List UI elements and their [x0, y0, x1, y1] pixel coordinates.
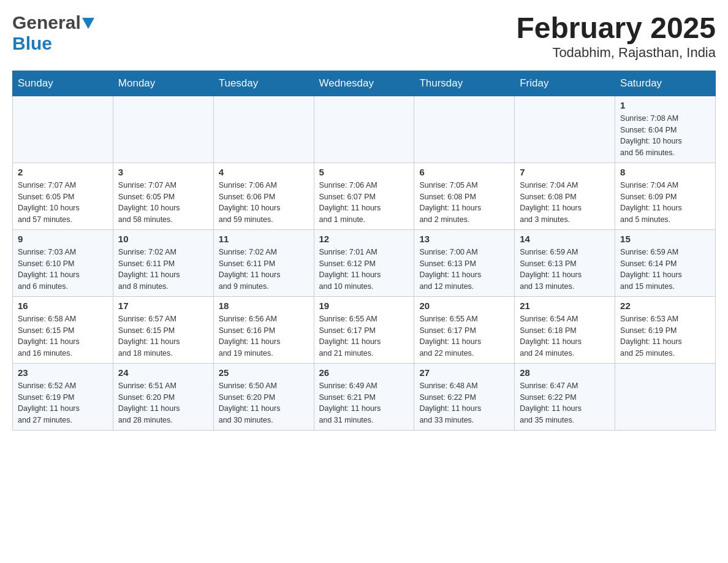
calendar-header: SundayMondayTuesdayWednesdayThursdayFrid…	[13, 71, 716, 96]
calendar-week-5: 23Sunrise: 6:52 AM Sunset: 6:19 PM Dayli…	[13, 363, 716, 430]
day-number: 18	[219, 301, 309, 311]
calendar-day: 4Sunrise: 7:06 AM Sunset: 6:06 PM Daylig…	[213, 163, 314, 229]
calendar-day: 2Sunrise: 7:07 AM Sunset: 6:05 PM Daylig…	[13, 163, 113, 229]
day-number: 12	[319, 234, 409, 244]
calendar-day	[213, 96, 314, 163]
day-header-tuesday: Tuesday	[213, 71, 314, 96]
day-info: Sunrise: 7:06 AM Sunset: 6:07 PM Dayligh…	[319, 180, 409, 226]
day-number: 6	[419, 167, 509, 177]
day-info: Sunrise: 7:02 AM Sunset: 6:11 PM Dayligh…	[219, 247, 309, 293]
day-info: Sunrise: 7:04 AM Sunset: 6:09 PM Dayligh…	[620, 180, 710, 226]
day-info: Sunrise: 6:59 AM Sunset: 6:13 PM Dayligh…	[520, 247, 610, 293]
day-info: Sunrise: 6:53 AM Sunset: 6:19 PM Dayligh…	[620, 313, 710, 359]
day-info: Sunrise: 6:50 AM Sunset: 6:20 PM Dayligh…	[219, 380, 309, 426]
day-info: Sunrise: 6:48 AM Sunset: 6:22 PM Dayligh…	[419, 380, 509, 426]
calendar-day: 17Sunrise: 6:57 AM Sunset: 6:15 PM Dayli…	[113, 296, 213, 363]
days-of-week-row: SundayMondayTuesdayWednesdayThursdayFrid…	[13, 71, 716, 96]
day-header-thursday: Thursday	[414, 71, 515, 96]
day-number: 16	[18, 301, 108, 311]
day-number: 25	[219, 367, 309, 378]
day-number: 8	[620, 167, 710, 177]
day-header-sunday: Sunday	[13, 71, 113, 96]
calendar-day: 3Sunrise: 7:07 AM Sunset: 6:05 PM Daylig…	[113, 163, 213, 229]
day-number: 10	[118, 234, 208, 244]
day-number: 13	[419, 234, 509, 244]
day-info: Sunrise: 7:03 AM Sunset: 6:10 PM Dayligh…	[18, 247, 108, 293]
day-number: 26	[319, 367, 409, 378]
calendar-day: 12Sunrise: 7:01 AM Sunset: 6:12 PM Dayli…	[314, 229, 414, 296]
day-header-wednesday: Wednesday	[314, 71, 414, 96]
day-info: Sunrise: 6:59 AM Sunset: 6:14 PM Dayligh…	[620, 247, 710, 293]
calendar-day: 25Sunrise: 6:50 AM Sunset: 6:20 PM Dayli…	[213, 363, 314, 430]
calendar-day	[414, 96, 515, 163]
calendar-day	[113, 96, 213, 163]
logo: General Blue	[12, 12, 94, 54]
day-info: Sunrise: 7:00 AM Sunset: 6:13 PM Dayligh…	[419, 247, 509, 293]
day-info: Sunrise: 6:56 AM Sunset: 6:16 PM Dayligh…	[219, 313, 309, 359]
day-info: Sunrise: 6:49 AM Sunset: 6:21 PM Dayligh…	[319, 380, 409, 426]
calendar-day: 28Sunrise: 6:47 AM Sunset: 6:22 PM Dayli…	[515, 363, 615, 430]
day-number: 20	[419, 301, 509, 311]
day-info: Sunrise: 7:04 AM Sunset: 6:08 PM Dayligh…	[520, 180, 610, 226]
day-info: Sunrise: 7:02 AM Sunset: 6:11 PM Dayligh…	[118, 247, 208, 293]
day-number: 3	[118, 167, 208, 177]
day-number: 24	[118, 367, 208, 378]
day-number: 21	[520, 301, 610, 311]
calendar-day: 22Sunrise: 6:53 AM Sunset: 6:19 PM Dayli…	[615, 296, 716, 363]
day-number: 7	[520, 167, 610, 177]
calendar-day: 15Sunrise: 6:59 AM Sunset: 6:14 PM Dayli…	[615, 229, 716, 296]
calendar-day: 26Sunrise: 6:49 AM Sunset: 6:21 PM Dayli…	[314, 363, 414, 430]
logo-blue-text: Blue	[12, 33, 52, 53]
calendar-day: 8Sunrise: 7:04 AM Sunset: 6:09 PM Daylig…	[615, 163, 716, 229]
day-number: 4	[219, 167, 309, 177]
calendar-day	[13, 96, 113, 163]
day-number: 5	[319, 167, 409, 177]
logo-general-text: General	[12, 12, 81, 33]
day-number: 17	[118, 301, 208, 311]
day-info: Sunrise: 7:07 AM Sunset: 6:05 PM Dayligh…	[18, 180, 108, 226]
day-number: 14	[520, 234, 610, 244]
day-info: Sunrise: 6:55 AM Sunset: 6:17 PM Dayligh…	[319, 313, 409, 359]
calendar-title: February 2025	[516, 12, 716, 45]
calendar-day: 14Sunrise: 6:59 AM Sunset: 6:13 PM Dayli…	[515, 229, 615, 296]
calendar-day: 10Sunrise: 7:02 AM Sunset: 6:11 PM Dayli…	[113, 229, 213, 296]
logo-triangle-icon	[82, 18, 94, 29]
calendar-day: 7Sunrise: 7:04 AM Sunset: 6:08 PM Daylig…	[515, 163, 615, 229]
day-info: Sunrise: 6:58 AM Sunset: 6:15 PM Dayligh…	[18, 313, 108, 359]
calendar-week-2: 2Sunrise: 7:07 AM Sunset: 6:05 PM Daylig…	[13, 163, 716, 229]
day-header-monday: Monday	[113, 71, 213, 96]
calendar-day: 23Sunrise: 6:52 AM Sunset: 6:19 PM Dayli…	[13, 363, 113, 430]
day-info: Sunrise: 7:05 AM Sunset: 6:08 PM Dayligh…	[419, 180, 509, 226]
day-info: Sunrise: 6:55 AM Sunset: 6:17 PM Dayligh…	[419, 313, 509, 359]
calendar-day: 27Sunrise: 6:48 AM Sunset: 6:22 PM Dayli…	[414, 363, 515, 430]
calendar-day: 5Sunrise: 7:06 AM Sunset: 6:07 PM Daylig…	[314, 163, 414, 229]
day-header-friday: Friday	[515, 71, 615, 96]
calendar-day: 9Sunrise: 7:03 AM Sunset: 6:10 PM Daylig…	[13, 229, 113, 296]
calendar-day: 19Sunrise: 6:55 AM Sunset: 6:17 PM Dayli…	[314, 296, 414, 363]
calendar-day	[314, 96, 414, 163]
calendar-subtitle: Todabhim, Rajasthan, India	[516, 45, 716, 61]
day-info: Sunrise: 6:47 AM Sunset: 6:22 PM Dayligh…	[520, 380, 610, 426]
day-number: 22	[620, 301, 710, 311]
day-number: 28	[520, 367, 610, 378]
day-info: Sunrise: 7:07 AM Sunset: 6:05 PM Dayligh…	[118, 180, 208, 226]
calendar-day: 18Sunrise: 6:56 AM Sunset: 6:16 PM Dayli…	[213, 296, 314, 363]
day-info: Sunrise: 6:52 AM Sunset: 6:19 PM Dayligh…	[18, 380, 108, 426]
page-header: General Blue February 2025 Todabhim, Raj…	[12, 12, 716, 61]
day-info: Sunrise: 6:51 AM Sunset: 6:20 PM Dayligh…	[118, 380, 208, 426]
day-number: 2	[18, 167, 108, 177]
calendar-day	[515, 96, 615, 163]
calendar-body: 1Sunrise: 7:08 AM Sunset: 6:04 PM Daylig…	[13, 96, 716, 430]
calendar-week-3: 9Sunrise: 7:03 AM Sunset: 6:10 PM Daylig…	[13, 229, 716, 296]
day-number: 9	[18, 234, 108, 244]
calendar-day: 1Sunrise: 7:08 AM Sunset: 6:04 PM Daylig…	[615, 96, 716, 163]
day-number: 19	[319, 301, 409, 311]
calendar-day: 24Sunrise: 6:51 AM Sunset: 6:20 PM Dayli…	[113, 363, 213, 430]
calendar-week-1: 1Sunrise: 7:08 AM Sunset: 6:04 PM Daylig…	[13, 96, 716, 163]
day-info: Sunrise: 6:54 AM Sunset: 6:18 PM Dayligh…	[520, 313, 610, 359]
calendar-day: 11Sunrise: 7:02 AM Sunset: 6:11 PM Dayli…	[213, 229, 314, 296]
day-info: Sunrise: 7:01 AM Sunset: 6:12 PM Dayligh…	[319, 247, 409, 293]
calendar-table: SundayMondayTuesdayWednesdayThursdayFrid…	[12, 71, 716, 431]
day-number: 15	[620, 234, 710, 244]
calendar-day: 20Sunrise: 6:55 AM Sunset: 6:17 PM Dayli…	[414, 296, 515, 363]
